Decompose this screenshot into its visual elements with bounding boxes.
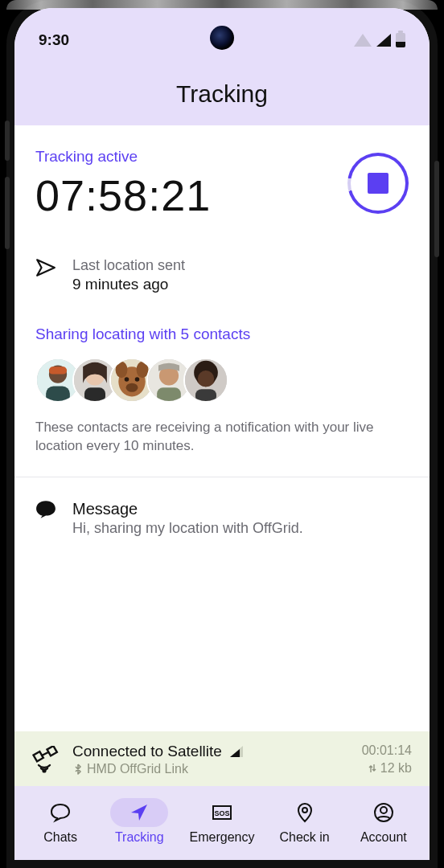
sharing-label[interactable]: Sharing locating with 5 contacts — [35, 326, 409, 343]
front-camera — [210, 26, 234, 50]
nav-chats[interactable]: Chats — [31, 798, 89, 845]
last-location-time: 9 minutes ago — [72, 276, 185, 293]
nav-tracking[interactable]: Tracking — [110, 798, 168, 845]
nav-label: Account — [360, 830, 407, 845]
satellite-connection-timer: 00:01:14 — [362, 743, 412, 758]
satellite-data-amount: 12 kb — [380, 761, 412, 776]
svg-point-25 — [43, 770, 46, 772]
status-time: 9:30 — [39, 31, 69, 49]
tracking-status-label: Tracking active — [35, 148, 211, 166]
nav-label: Check in — [280, 830, 330, 845]
battery-icon — [396, 33, 405, 47]
message-row[interactable]: Message Hi, sharing my location with Off… — [35, 500, 409, 537]
nav-label: Tracking — [115, 830, 164, 845]
nav-account[interactable]: Account — [355, 798, 413, 845]
svg-point-28 — [302, 808, 307, 813]
nav-label: Emergency — [190, 830, 255, 845]
svg-point-12 — [125, 377, 130, 382]
svg-rect-16 — [157, 387, 181, 401]
satellite-device-name: HMD OffGrid Link — [87, 762, 188, 776]
nav-checkin[interactable]: Check in — [276, 798, 334, 845]
svg-point-13 — [135, 377, 140, 382]
sos-icon: SOS — [212, 802, 232, 823]
chat-bubble-icon — [35, 500, 56, 519]
satellite-status-bar[interactable]: Connected to Satellite HMD OffGrid Link … — [14, 731, 430, 786]
satellite-icon — [32, 746, 60, 773]
data-transfer-icon — [368, 764, 377, 773]
svg-point-11 — [126, 383, 138, 392]
status-icons — [354, 33, 405, 47]
sharing-description: These contacts are receiving a notificat… — [35, 419, 409, 456]
nav-emergency[interactable]: SOS Emergency — [190, 798, 255, 845]
message-title: Message — [72, 500, 303, 518]
svg-rect-2 — [49, 366, 67, 374]
stop-icon — [368, 173, 388, 194]
bottom-nav: Chats Tracking SOS Emergency Check in Ac… — [14, 786, 430, 860]
svg-rect-23 — [47, 746, 57, 755]
svg-point-20 — [198, 371, 214, 387]
tracking-timer: 07:58:21 — [35, 170, 211, 220]
svg-rect-6 — [84, 387, 105, 401]
send-icon — [35, 257, 56, 278]
stop-tracking-button[interactable] — [347, 153, 409, 214]
svg-rect-3 — [46, 386, 70, 401]
page-title: Tracking — [14, 51, 430, 108]
chat-icon — [50, 802, 71, 823]
svg-point-30 — [380, 807, 387, 813]
signal-strength-icon — [230, 746, 243, 757]
contact-avatars[interactable] — [35, 358, 409, 403]
svg-line-24 — [42, 752, 48, 755]
svg-rect-21 — [195, 389, 216, 401]
svg-point-9 — [116, 362, 128, 378]
divider — [14, 477, 430, 477]
bluetooth-icon — [72, 764, 84, 775]
nav-label: Chats — [43, 830, 77, 845]
message-body: Hi, sharing my location with OffGrid. — [72, 520, 303, 537]
last-location-row: Last location sent 9 minutes ago — [35, 257, 409, 293]
location-arrow-icon — [129, 802, 150, 823]
signal-icon — [376, 34, 391, 47]
avatar[interactable] — [183, 358, 228, 403]
svg-text:SOS: SOS — [214, 809, 229, 817]
last-location-label: Last location sent — [72, 257, 185, 274]
account-icon — [373, 802, 394, 823]
wifi-icon — [354, 34, 372, 47]
satellite-status-text: Connected to Satellite — [72, 743, 222, 760]
pin-icon — [294, 802, 315, 823]
